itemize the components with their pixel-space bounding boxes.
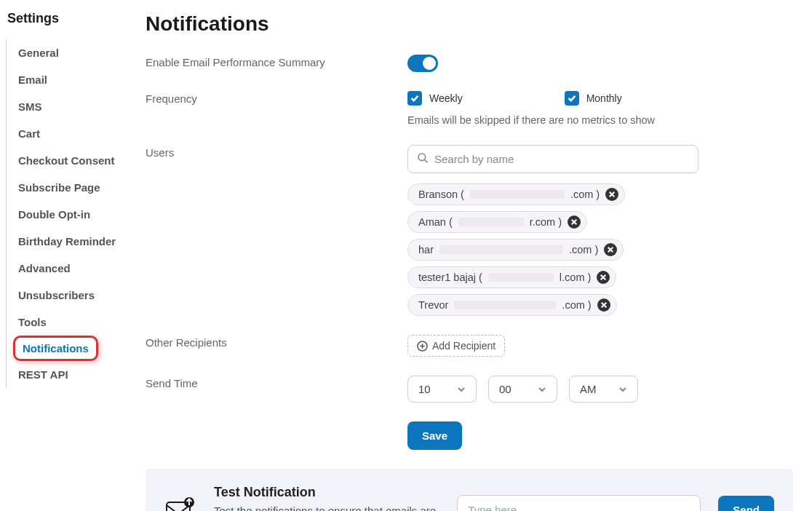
sidebar-title: Settings bbox=[6, 11, 138, 26]
checkbox-checked-icon bbox=[565, 91, 579, 106]
chip-text-suffix: r.com ) bbox=[530, 216, 562, 228]
test-notification-desc: Test the notifications to ensure that em… bbox=[214, 503, 439, 511]
chip-text-suffix: l.com ) bbox=[560, 272, 592, 283]
users-label: Users bbox=[146, 145, 407, 316]
frequency-hint: Emails will be skipped if there are no m… bbox=[407, 114, 793, 126]
chevron-down-icon bbox=[538, 385, 546, 394]
chip-remove-button[interactable] bbox=[597, 298, 610, 312]
sidebar-item-double-opt-in[interactable]: Double Opt-in bbox=[15, 201, 93, 228]
chevron-down-icon bbox=[618, 385, 627, 394]
add-recipient-button[interactable]: Add Recipient bbox=[407, 335, 505, 357]
redacted-text bbox=[454, 301, 556, 309]
redacted-text bbox=[470, 190, 565, 199]
send-time-hour-select[interactable]: 10 bbox=[407, 376, 477, 403]
test-notification-panel: Test Notification Test the notifications… bbox=[146, 469, 793, 511]
test-notification-title: Test Notification bbox=[214, 485, 439, 500]
chevron-down-icon bbox=[457, 385, 466, 394]
users-search-input[interactable] bbox=[434, 153, 689, 165]
chip-remove-button[interactable] bbox=[597, 271, 610, 284]
sidebar-item-cart[interactable]: Cart bbox=[15, 120, 43, 147]
user-chip: Aman ( r.com ) bbox=[407, 211, 587, 233]
close-icon bbox=[608, 191, 616, 198]
chip-remove-button[interactable] bbox=[568, 215, 581, 229]
sidebar-item-subscribe-page[interactable]: Subscribe Page bbox=[15, 174, 103, 201]
send-time-minute-select[interactable]: 00 bbox=[488, 376, 557, 403]
main-content: Notifications Enable Email Performance S… bbox=[138, 0, 812, 511]
sidebar-item-email[interactable]: Email bbox=[15, 66, 50, 93]
sidebar-item-checkout-consent[interactable]: Checkout Consent bbox=[15, 147, 118, 174]
chip-text-prefix: Aman ( bbox=[418, 216, 453, 228]
close-icon bbox=[600, 301, 608, 309]
enable-summary-toggle[interactable] bbox=[407, 55, 438, 72]
sidebar-item-notifications[interactable]: Notifications bbox=[13, 336, 98, 361]
sidebar-item-sms[interactable]: SMS bbox=[15, 93, 45, 120]
search-icon bbox=[417, 152, 429, 166]
test-email-input[interactable] bbox=[457, 495, 701, 511]
frequency-weekly-checkbox[interactable]: Weekly bbox=[407, 91, 463, 106]
sidebar-item-unsubscribers[interactable]: Unsubscribers bbox=[15, 282, 97, 309]
page-title: Notifications bbox=[146, 12, 793, 36]
send-test-button[interactable]: Send bbox=[718, 496, 774, 511]
sidebar-item-rest-api[interactable]: REST API bbox=[15, 361, 71, 388]
hour-value: 10 bbox=[418, 383, 431, 395]
chip-text-suffix: .com ) bbox=[562, 299, 591, 311]
mail-send-icon bbox=[164, 495, 196, 511]
sidebar-item-tools[interactable]: Tools bbox=[15, 309, 49, 336]
sidebar-item-general[interactable]: General bbox=[15, 39, 62, 66]
plus-circle-icon bbox=[417, 341, 428, 352]
weekly-label: Weekly bbox=[429, 92, 463, 104]
add-recipient-label: Add Recipient bbox=[432, 340, 495, 352]
chip-text-suffix: .com ) bbox=[569, 244, 598, 256]
ampm-value: AM bbox=[580, 383, 597, 395]
user-chip: Branson ( .com ) bbox=[407, 183, 625, 205]
chip-text-prefix: tester1 bajaj ( bbox=[418, 272, 482, 283]
settings-sidebar: Settings General Email SMS Cart Checkout… bbox=[0, 0, 138, 511]
checkbox-checked-icon bbox=[407, 91, 422, 106]
minute-value: 00 bbox=[499, 383, 512, 395]
users-search-wrap bbox=[407, 145, 698, 173]
sidebar-list: General Email SMS Cart Checkout Consent … bbox=[6, 39, 138, 388]
close-icon bbox=[600, 274, 607, 281]
sidebar-item-advanced[interactable]: Advanced bbox=[15, 255, 73, 282]
frequency-label: Frequency bbox=[146, 91, 407, 126]
close-icon bbox=[570, 218, 578, 226]
monthly-label: Monthly bbox=[586, 92, 622, 104]
chip-text-prefix: har bbox=[418, 244, 434, 256]
toggle-knob bbox=[423, 57, 436, 70]
user-chip: har.com ) bbox=[407, 239, 624, 261]
close-icon bbox=[607, 246, 614, 253]
save-button[interactable]: Save bbox=[407, 421, 462, 450]
svg-line-1 bbox=[424, 159, 427, 162]
enable-summary-label: Enable Email Performance Summary bbox=[146, 55, 407, 72]
send-time-ampm-select[interactable]: AM bbox=[569, 376, 638, 403]
other-recipients-label: Other Recipients bbox=[146, 335, 407, 357]
chip-text-prefix: Trevor bbox=[418, 299, 448, 311]
user-chip: tester1 bajaj ( l.com ) bbox=[407, 266, 616, 288]
send-time-label: Send Time bbox=[146, 376, 407, 403]
user-chip: Trevor .com ) bbox=[407, 294, 617, 316]
frequency-monthly-checkbox[interactable]: Monthly bbox=[565, 91, 622, 106]
chip-text-suffix: .com ) bbox=[570, 189, 600, 200]
svg-point-0 bbox=[418, 154, 426, 161]
redacted-text bbox=[439, 245, 563, 254]
redacted-text bbox=[488, 273, 554, 282]
chip-text-prefix: Branson ( bbox=[418, 189, 464, 200]
redacted-text bbox=[458, 218, 524, 226]
chip-remove-button[interactable] bbox=[605, 188, 618, 201]
user-chips-area: Branson ( .com )Aman ( r.com )har.com )t… bbox=[407, 183, 793, 316]
sidebar-item-birthday-reminder[interactable]: Birthday Reminder bbox=[15, 228, 119, 255]
chip-remove-button[interactable] bbox=[604, 243, 617, 256]
